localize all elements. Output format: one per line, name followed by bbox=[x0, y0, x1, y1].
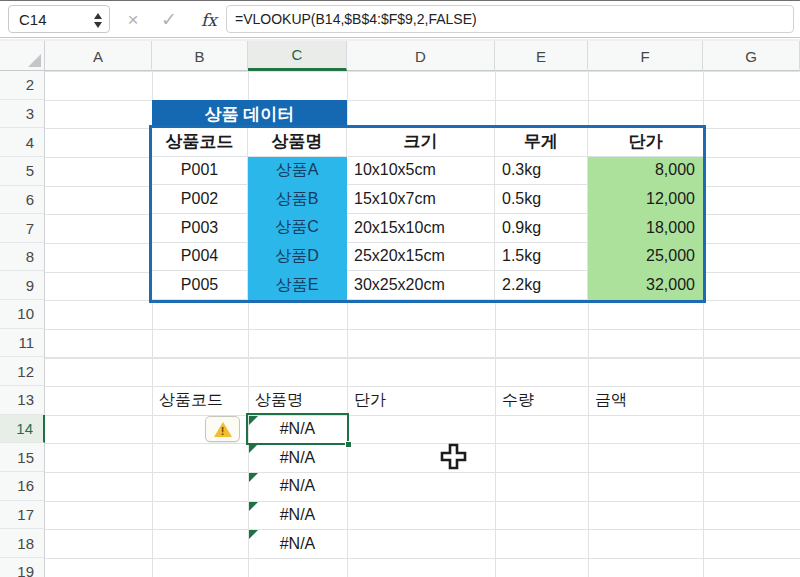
select-all-triangle-icon bbox=[28, 54, 41, 67]
select-all-corner[interactable] bbox=[0, 41, 45, 71]
cell-c7-name[interactable]: 상품C bbox=[248, 214, 347, 243]
cell-c16-na[interactable]: #N/A bbox=[248, 472, 347, 501]
cell-c6-name[interactable]: 상품B bbox=[248, 185, 347, 214]
cell-c9-name[interactable]: 상품E bbox=[248, 271, 347, 300]
cell-b13-label[interactable]: 상품코드 bbox=[152, 386, 248, 415]
cell-d7-size[interactable]: 20x15x10cm bbox=[347, 214, 495, 243]
cell-e6-weight[interactable]: 0.5kg bbox=[495, 185, 588, 214]
cell-b6-code[interactable]: P002 bbox=[152, 185, 248, 214]
cell-c17-na[interactable]: #N/A bbox=[248, 501, 347, 530]
spinner-up-icon[interactable] bbox=[94, 13, 102, 19]
warning-exclamation: ! bbox=[221, 425, 225, 437]
cell-f13-label[interactable]: 금액 bbox=[588, 386, 703, 415]
spreadsheet-app: C14 × ✓ fx =VLOOKUP(B14,$B$4:$F$9,2,FALS… bbox=[0, 0, 800, 577]
cell-d9-size[interactable]: 30x25x20cm bbox=[347, 271, 495, 300]
cell-c5-name[interactable]: 상품A bbox=[248, 157, 347, 186]
name-box[interactable]: C14 bbox=[8, 5, 110, 33]
cell-cursor-icon bbox=[440, 443, 467, 470]
row-header-18[interactable]: 18 bbox=[0, 529, 45, 558]
name-box-value: C14 bbox=[19, 11, 47, 28]
column-header-d[interactable]: D bbox=[347, 41, 495, 71]
name-box-spinner[interactable] bbox=[92, 10, 104, 30]
cell-d8-size[interactable]: 25x20x15cm bbox=[347, 243, 495, 272]
cell-f7-price[interactable]: 18,000 bbox=[588, 214, 703, 243]
formula-text: =VLOOKUP(B14,$B$4:$F$9,2,FALSE) bbox=[235, 11, 477, 27]
formula-bar: C14 × ✓ fx =VLOOKUP(B14,$B$4:$F$9,2,FALS… bbox=[0, 1, 800, 38]
cell-c13-label[interactable]: 상품명 bbox=[248, 386, 347, 415]
confirm-icon[interactable]: ✓ bbox=[154, 1, 184, 38]
product-table-header-code[interactable]: 상품코드 bbox=[152, 128, 248, 157]
error-triangle-icon bbox=[249, 502, 258, 511]
product-data-title-cell[interactable]: 상품 데이터 bbox=[152, 100, 347, 128]
column-header-b[interactable]: B bbox=[152, 41, 248, 71]
na-text: #N/A bbox=[280, 535, 316, 553]
error-triangle-icon bbox=[249, 444, 258, 453]
row-header-8[interactable]: 8 bbox=[0, 243, 45, 272]
cell-d6-size[interactable]: 15x10x7cm bbox=[347, 185, 495, 214]
warning-triangle-icon: ! bbox=[214, 422, 232, 437]
row-header-7[interactable]: 7 bbox=[0, 214, 45, 243]
cell-b8-code[interactable]: P004 bbox=[152, 243, 248, 272]
row-header-2[interactable]: 2 bbox=[0, 71, 45, 100]
cell-e8-weight[interactable]: 1.5kg bbox=[495, 243, 588, 272]
error-warning-button[interactable]: ! bbox=[205, 416, 240, 442]
row-header-13[interactable]: 13 bbox=[0, 386, 45, 415]
formula-input[interactable]: =VLOOKUP(B14,$B$4:$F$9,2,FALSE) bbox=[226, 5, 794, 33]
cell-e13-label[interactable]: 수량 bbox=[495, 386, 588, 415]
cell-c8-name[interactable]: 상품D bbox=[248, 243, 347, 272]
row-headers: 2 3 4 5 6 7 8 9 10 11 12 13 14 15 16 17 … bbox=[0, 71, 45, 577]
spinner-down-icon[interactable] bbox=[94, 22, 102, 28]
product-table-header-name[interactable]: 상품명 bbox=[248, 128, 347, 157]
na-text: #N/A bbox=[280, 506, 316, 524]
cell-e9-weight[interactable]: 2.2kg bbox=[495, 271, 588, 300]
row-header-9[interactable]: 9 bbox=[0, 271, 45, 300]
row-header-3[interactable]: 3 bbox=[0, 100, 45, 129]
row-header-6[interactable]: 6 bbox=[0, 186, 45, 215]
row-header-4[interactable]: 4 bbox=[0, 128, 45, 157]
cell-f6-price[interactable]: 12,000 bbox=[588, 185, 703, 214]
column-header-c-selected[interactable]: C bbox=[248, 41, 347, 71]
row-header-16[interactable]: 16 bbox=[0, 472, 45, 501]
cell-f8-price[interactable]: 25,000 bbox=[588, 243, 703, 272]
column-header-a[interactable]: A bbox=[45, 41, 152, 71]
column-headers: A B C D E F G bbox=[45, 41, 800, 71]
cell-d13-label[interactable]: 단가 bbox=[347, 386, 495, 415]
cell-c15-na[interactable]: #N/A bbox=[248, 443, 347, 472]
error-triangle-icon bbox=[249, 530, 258, 539]
cell-b7-code[interactable]: P003 bbox=[152, 214, 248, 243]
error-triangle-icon bbox=[249, 473, 258, 482]
cell-e7-weight[interactable]: 0.9kg bbox=[495, 214, 588, 243]
product-table: 상품코드 상품명 크기 무게 단가 P001 상품A 10x10x5cm 0.3… bbox=[149, 125, 706, 303]
column-header-f[interactable]: F bbox=[588, 41, 703, 71]
na-text: #N/A bbox=[280, 477, 316, 495]
cell-d5-size[interactable]: 10x10x5cm bbox=[347, 157, 495, 186]
cell-f9-price[interactable]: 32,000 bbox=[588, 271, 703, 300]
cell-b5-code[interactable]: P001 bbox=[152, 157, 248, 186]
fill-handle[interactable] bbox=[345, 441, 352, 448]
row-header-11[interactable]: 11 bbox=[0, 329, 45, 358]
row-header-5[interactable]: 5 bbox=[0, 157, 45, 186]
row-header-10[interactable]: 10 bbox=[0, 300, 45, 329]
column-header-e[interactable]: E bbox=[495, 41, 588, 71]
cell-e5-weight[interactable]: 0.3kg bbox=[495, 157, 588, 186]
row-header-17[interactable]: 17 bbox=[0, 501, 45, 530]
column-header-g[interactable]: G bbox=[703, 41, 800, 71]
row-header-12[interactable]: 12 bbox=[0, 357, 45, 386]
row-header-15[interactable]: 15 bbox=[0, 443, 45, 472]
na-text: #N/A bbox=[280, 449, 316, 467]
row-header-14-selected[interactable]: 14 bbox=[0, 415, 45, 444]
product-table-header-size[interactable]: 크기 bbox=[347, 128, 495, 157]
cancel-icon[interactable]: × bbox=[118, 1, 148, 38]
product-table-header-price[interactable]: 단가 bbox=[588, 128, 703, 157]
cell-f5-price[interactable]: 8,000 bbox=[588, 157, 703, 186]
cell-b9-code[interactable]: P005 bbox=[152, 271, 248, 300]
product-table-header-weight[interactable]: 무게 bbox=[495, 128, 588, 157]
lookup-header-row: 상품코드 상품명 단가 수량 금액 bbox=[152, 386, 703, 415]
cell-c18-na[interactable]: #N/A bbox=[248, 529, 347, 558]
insert-function-icon[interactable]: fx bbox=[192, 1, 226, 38]
sheet-grid[interactable]: 상품 데이터 상품코드 상품명 크기 무게 단가 P001 상품A 10x10x… bbox=[45, 71, 800, 577]
selected-cell-border bbox=[246, 413, 349, 445]
row-header-19[interactable]: 19 bbox=[0, 558, 45, 577]
